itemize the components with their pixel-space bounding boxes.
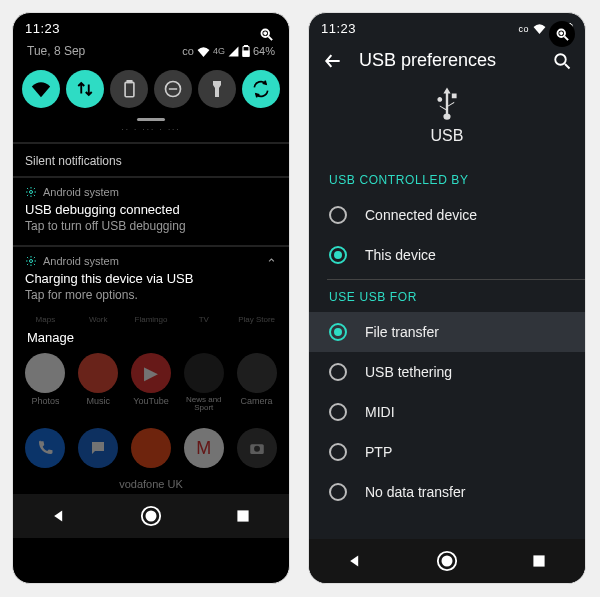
status-bar: 11:23 co	[309, 13, 585, 40]
quick-settings-toggles	[13, 64, 289, 118]
notification-usb-debugging[interactable]: Android system USB debugging connected T…	[13, 180, 289, 243]
svg-rect-6	[243, 51, 249, 56]
svg-rect-29	[533, 555, 544, 566]
radio-icon	[329, 403, 347, 421]
svg-point-16	[146, 511, 155, 520]
toggle-flashlight[interactable]	[198, 70, 236, 108]
dock-camera[interactable]	[237, 428, 277, 468]
app-camera[interactable]: Camera	[234, 353, 280, 412]
radio-icon	[329, 246, 347, 264]
app-music[interactable]: Music	[75, 353, 121, 412]
nav-recent[interactable]	[230, 503, 256, 529]
nav-home[interactable]	[434, 548, 460, 574]
radio-icon	[329, 363, 347, 381]
status-time: 11:23	[25, 21, 60, 36]
svg-point-25	[555, 54, 566, 65]
nav-recent[interactable]	[526, 548, 552, 574]
wifi-icon	[533, 23, 546, 34]
notification-charging[interactable]: Android system ⌃ Charging this device vi…	[13, 249, 289, 312]
magnify-icon[interactable]	[253, 21, 279, 47]
notification-source: Android system	[43, 186, 119, 198]
phone-usb-preferences: 11:23 co USB preferences USB USB CONTROL…	[308, 12, 586, 584]
svg-rect-8	[127, 80, 131, 82]
radio-usb-tethering[interactable]: USB tethering	[309, 352, 585, 392]
drag-handle[interactable]	[137, 118, 165, 121]
gear-icon	[25, 186, 37, 198]
app-row: Photos Music ▶YouTube News and Sport Cam…	[13, 349, 289, 414]
dock-phone[interactable]	[25, 428, 65, 468]
wifi-icon	[197, 46, 210, 57]
status-time: 11:23	[321, 21, 356, 36]
title-bar: USB preferences	[309, 40, 585, 75]
svg-point-14	[254, 446, 260, 452]
radio-file-transfer[interactable]: File transfer	[309, 312, 585, 352]
battery-icon	[242, 45, 250, 57]
svg-point-28	[442, 556, 451, 565]
group-label-controlled-by: USB CONTROLLED BY	[309, 163, 585, 195]
magnify-icon[interactable]	[549, 21, 575, 47]
svg-line-26	[565, 64, 570, 69]
toggle-dnd[interactable]	[154, 70, 192, 108]
nav-back[interactable]	[46, 503, 72, 529]
notification-source: Android system	[43, 255, 119, 267]
dock-gmail[interactable]: M	[184, 428, 224, 468]
quick-settings-header: Tue, 8 Sep co 4G 64%	[13, 40, 289, 64]
dock-messages[interactable]	[78, 428, 118, 468]
svg-point-12	[30, 260, 33, 263]
silent-notifications-header: Silent notifications	[13, 146, 289, 174]
notification-title: USB debugging connected	[25, 202, 277, 217]
dock-brave[interactable]	[131, 428, 171, 468]
app-photos[interactable]: Photos	[22, 353, 68, 412]
chevron-up-icon[interactable]: ⌃	[266, 256, 277, 271]
manage-button[interactable]: Manage	[13, 324, 289, 349]
dock-row: M	[13, 414, 289, 474]
group-label-use-usb-for: USE USB FOR	[309, 280, 585, 312]
phone-notifications: 11:23 Tue, 8 Sep co 4G 64% ·· · ··· · ··…	[12, 12, 290, 584]
svg-rect-17	[237, 510, 248, 521]
nav-bar	[13, 494, 289, 538]
radio-no-data-transfer[interactable]: No data transfer	[309, 472, 585, 512]
radio-ptp[interactable]: PTP	[309, 432, 585, 472]
nav-back[interactable]	[342, 548, 368, 574]
nav-bar	[309, 539, 585, 583]
svg-rect-7	[125, 82, 134, 96]
notification-body: Tap to turn off USB debugging	[25, 219, 277, 233]
notification-title: Charging this device via USB	[25, 271, 277, 286]
home-screen-behind: Maps Work Flamingo TV Play Store Manage …	[13, 312, 289, 494]
back-button[interactable]	[323, 51, 343, 71]
toggle-data[interactable]	[66, 70, 104, 108]
carrier-label: vodafone UK	[13, 474, 289, 494]
nav-home[interactable]	[138, 503, 164, 529]
notification-body: Tap for more options.	[25, 288, 277, 302]
search-button[interactable]	[553, 52, 571, 70]
radio-midi[interactable]: MIDI	[309, 392, 585, 432]
toggle-auto-rotate[interactable]	[242, 70, 280, 108]
usb-hero: USB	[309, 75, 585, 163]
toggle-battery-saver[interactable]	[110, 70, 148, 108]
radio-icon	[329, 443, 347, 461]
status-bar: 11:23	[13, 13, 289, 40]
svg-rect-5	[244, 45, 247, 47]
qs-status-icons: co 4G 64%	[182, 45, 275, 57]
partial-app-row: Maps Work Flamingo TV Play Store	[13, 312, 289, 324]
radio-connected-device[interactable]: Connected device	[309, 195, 585, 235]
radio-icon	[329, 323, 347, 341]
qs-date: Tue, 8 Sep	[27, 44, 85, 58]
svg-line-19	[564, 36, 568, 40]
page-title: USB preferences	[359, 50, 537, 71]
radio-icon	[329, 483, 347, 501]
svg-line-1	[268, 36, 272, 40]
usb-icon	[432, 85, 462, 121]
gear-icon	[25, 255, 37, 267]
radio-icon	[329, 206, 347, 224]
page-indicator: ·· · ··· · ···	[13, 125, 289, 140]
usb-hero-label: USB	[431, 127, 464, 145]
svg-point-11	[30, 191, 33, 194]
signal-icon	[228, 46, 239, 57]
toggle-wifi[interactable]	[22, 70, 60, 108]
radio-this-device[interactable]: This device	[309, 235, 585, 275]
app-news[interactable]: News and Sport	[181, 353, 227, 412]
app-youtube[interactable]: ▶YouTube	[128, 353, 174, 412]
